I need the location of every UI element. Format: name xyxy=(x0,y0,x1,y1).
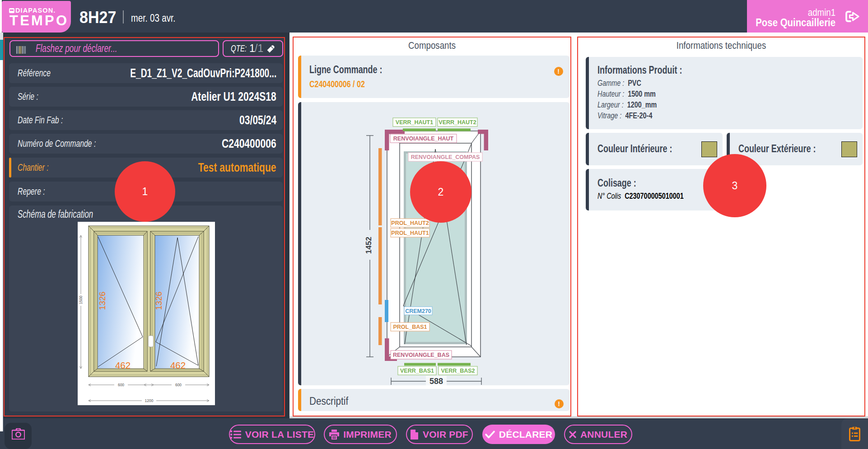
svg-text:RENVOIANGLE_BAS: RENVOIANGLE_BAS xyxy=(392,352,449,358)
svg-text:PROL_BAS1: PROL_BAS1 xyxy=(393,324,427,330)
svg-text:1326: 1326 xyxy=(98,291,107,310)
svg-text:1452: 1452 xyxy=(364,237,373,254)
svg-text:1200: 1200 xyxy=(145,398,153,403)
svg-text:RENVOIANGLE_HAUT: RENVOIANGLE_HAUT xyxy=(393,136,453,142)
svg-text:1326: 1326 xyxy=(154,291,163,310)
svg-text:PROL_HAUT1: PROL_HAUT1 xyxy=(391,230,429,236)
svg-text:1500: 1500 xyxy=(79,295,83,304)
svg-text:CREM270: CREM270 xyxy=(405,308,431,314)
svg-text:462: 462 xyxy=(170,360,185,370)
svg-text:600: 600 xyxy=(117,383,124,387)
svg-text:VERR_HAUT1: VERR_HAUT1 xyxy=(395,119,433,126)
svg-text:RENVOIANGLE_COMPAS: RENVOIANGLE_COMPAS xyxy=(411,154,480,160)
svg-text:PROL_HAUT2: PROL_HAUT2 xyxy=(391,220,429,226)
svg-text:462: 462 xyxy=(115,360,130,370)
svg-text:VERR_BAS1: VERR_BAS1 xyxy=(400,368,434,374)
svg-text:VERR_BAS2: VERR_BAS2 xyxy=(441,368,475,374)
svg-text:588: 588 xyxy=(429,377,443,385)
svg-text:600: 600 xyxy=(175,383,181,387)
svg-text:VERR_HAUT2: VERR_HAUT2 xyxy=(439,119,476,126)
